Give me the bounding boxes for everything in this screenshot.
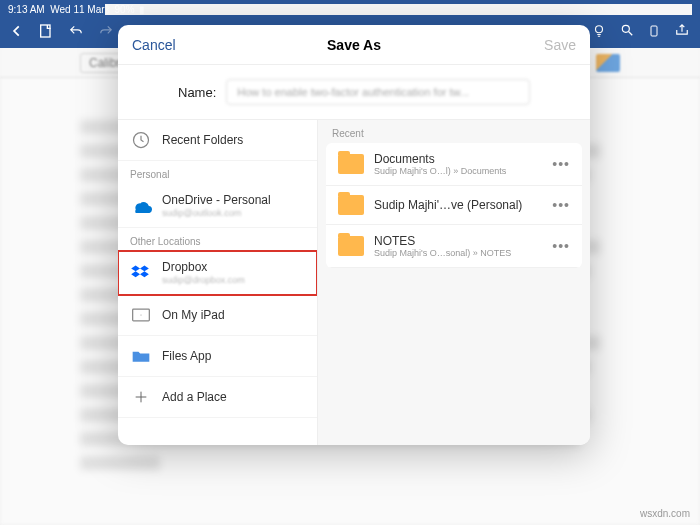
add-place-item[interactable]: Add a Place <box>118 377 317 418</box>
ios-status-bar: 9:13 AM Wed 11 Mar ᛒ 90% ▮ <box>0 0 700 18</box>
on-my-ipad-item[interactable]: On My iPad <box>118 295 317 336</box>
save-button[interactable]: Save <box>544 37 576 53</box>
dropbox-sub: sudip@dropbox.com <box>162 275 245 285</box>
other-section-label: Other Locations <box>118 228 317 251</box>
folder-row[interactable]: Sudip Majhi'…ve (Personal) ••• <box>326 186 582 225</box>
more-icon[interactable]: ••• <box>552 238 570 254</box>
pen-tool-icon[interactable] <box>596 54 620 72</box>
folder-icon <box>130 345 152 367</box>
mobile-icon[interactable] <box>648 23 660 43</box>
filename-row: Name: How to enable two-factor authentic… <box>118 65 590 119</box>
dropbox-icon <box>130 262 152 284</box>
folder-path: Sudip Majhi's O…sonal) » NOTES <box>374 248 542 258</box>
filename-input[interactable]: How to enable two-factor authentication … <box>226 79 530 105</box>
folder-name: Documents <box>374 152 542 166</box>
svg-point-1 <box>596 26 603 33</box>
files-app-item[interactable]: Files App <box>118 336 317 377</box>
watermark: wsxdn.com <box>640 508 690 519</box>
cancel-button[interactable]: Cancel <box>132 37 176 53</box>
locations-panel: Recent Folders Personal OneDrive - Perso… <box>118 120 318 445</box>
ipad-label: On My iPad <box>162 308 225 322</box>
folder-icon <box>338 195 364 215</box>
plus-icon <box>130 386 152 408</box>
folder-path: Sudip Majhi's O…l) » Documents <box>374 166 542 176</box>
file-icon[interactable] <box>38 23 54 43</box>
recent-folders-panel: Recent DocumentsSudip Majhi's O…l) » Doc… <box>318 120 590 445</box>
ipad-icon <box>130 304 152 326</box>
redo-icon[interactable] <box>98 24 114 42</box>
svg-rect-0 <box>41 25 50 37</box>
dropbox-item[interactable]: Dropboxsudip@dropbox.com <box>118 251 317 295</box>
svg-point-6 <box>141 315 142 316</box>
battery-label: 90% <box>115 4 135 15</box>
folder-row[interactable]: NOTESSudip Majhi's O…sonal) » NOTES ••• <box>326 225 582 268</box>
lightbulb-icon[interactable] <box>592 23 606 43</box>
date-label: Wed 11 Mar <box>50 4 104 15</box>
more-icon[interactable]: ••• <box>552 156 570 172</box>
folder-name: Sudip Majhi'…ve (Personal) <box>374 198 542 212</box>
files-app-label: Files App <box>162 349 211 363</box>
save-as-modal: Cancel Save As Save Name: How to enable … <box>118 25 590 445</box>
svg-rect-3 <box>651 26 657 36</box>
more-icon[interactable]: ••• <box>552 197 570 213</box>
undo-icon[interactable] <box>68 24 84 42</box>
recent-folders-item[interactable]: Recent Folders <box>118 120 317 161</box>
folder-icon <box>338 236 364 256</box>
modal-header: Cancel Save As Save <box>118 25 590 65</box>
time-label: 9:13 AM <box>8 4 45 15</box>
folder-row[interactable]: DocumentsSudip Majhi's O…l) » Documents … <box>326 143 582 186</box>
onedrive-item[interactable]: OneDrive - Personalsudip@outlook.com <box>118 184 317 228</box>
folder-icon <box>338 154 364 174</box>
folder-name: NOTES <box>374 234 542 248</box>
back-icon[interactable] <box>10 24 24 42</box>
share-icon[interactable] <box>674 23 690 43</box>
svg-point-2 <box>622 25 629 32</box>
onedrive-icon <box>130 195 152 217</box>
onedrive-sub: sudip@outlook.com <box>162 208 271 218</box>
battery-icon: ▮ <box>139 4 145 15</box>
search-icon[interactable] <box>620 23 634 43</box>
clock-icon <box>130 129 152 151</box>
modal-title: Save As <box>118 37 590 53</box>
personal-section-label: Personal <box>118 161 317 184</box>
add-place-label: Add a Place <box>162 390 227 404</box>
recent-folders-label: Recent Folders <box>162 133 243 147</box>
onedrive-label: OneDrive - Personal <box>162 193 271 207</box>
dropbox-label: Dropbox <box>162 260 245 274</box>
name-label: Name: <box>178 85 216 100</box>
recent-section-label: Recent <box>318 120 590 143</box>
bluetooth-icon: ᛒ <box>105 4 111 15</box>
